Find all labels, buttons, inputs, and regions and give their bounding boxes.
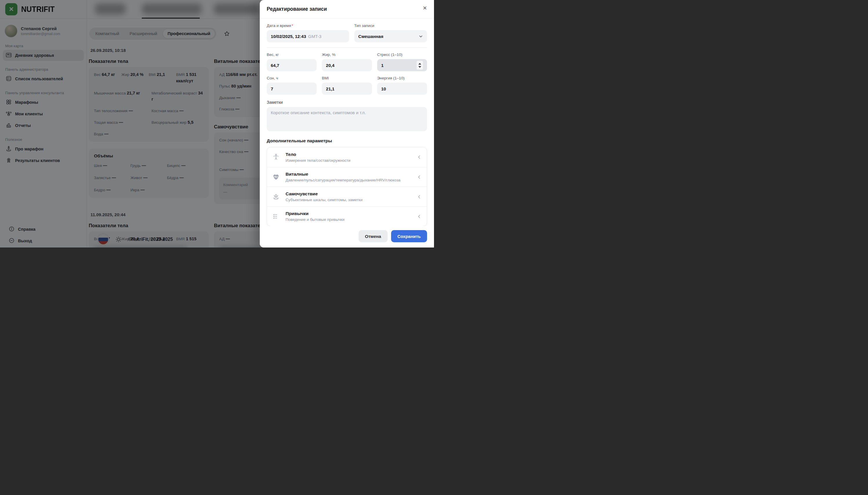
extra-params-heading: Дополнительные параметры xyxy=(267,138,427,143)
spinner-down-icon[interactable] xyxy=(418,66,421,68)
lotus-icon xyxy=(272,193,281,201)
heart-pulse-icon xyxy=(272,173,281,181)
accordion-subtitle: Поведение и бытовые привычки xyxy=(286,217,344,222)
accordion-item-vitals[interactable]: Виталные Давление/пульс/сатурация/темпер… xyxy=(267,167,427,187)
required-asterisk: * xyxy=(292,23,293,28)
stress-stepper[interactable] xyxy=(377,59,427,71)
extra-params-accordion: Тело Измерения тела/состав/окружности Ви… xyxy=(267,147,427,226)
accordion-subtitle: Измерения тела/состав/окружности xyxy=(286,158,351,163)
stress-input[interactable] xyxy=(381,63,393,68)
field-label: BMI xyxy=(322,76,372,80)
chevron-down-icon xyxy=(419,34,423,38)
accordion-title: Самочувствие xyxy=(286,191,362,197)
energy-input[interactable] xyxy=(377,83,427,95)
accordion-item-wellbeing[interactable]: Самочувствие Субъективные шкалы, симптом… xyxy=(267,187,427,206)
field-label: Сон, ч xyxy=(267,76,317,80)
accordion-title: Виталные xyxy=(286,172,401,177)
field-label: Вес, кг xyxy=(267,52,317,57)
notes-label: Заметки xyxy=(267,100,427,105)
datetime-input[interactable]: 10/02/2025, 12:43 GMT-3 xyxy=(267,30,349,42)
sleep-input[interactable] xyxy=(267,83,317,95)
field-label: Дата и время* xyxy=(267,23,349,28)
chevron-left-icon xyxy=(417,214,422,219)
fat-input[interactable] xyxy=(322,59,372,71)
accordion-item-body[interactable]: Тело Измерения тела/состав/окружности xyxy=(267,147,427,167)
cancel-button[interactable]: Отмена xyxy=(359,230,388,242)
field-label: Энергия (1–10) xyxy=(377,76,427,80)
accordion-subtitle: Субъективные шкалы, симптомы, заметки xyxy=(286,198,362,202)
accordion-item-habits[interactable]: Привычки Поведение и бытовые привычки xyxy=(267,206,427,226)
field-label: Жир, % xyxy=(322,52,372,57)
number-spinner[interactable] xyxy=(416,61,423,70)
save-button[interactable]: Сохранить xyxy=(391,230,427,242)
field-label: Тип записи xyxy=(354,23,427,28)
timezone-label: GMT-3 xyxy=(308,34,322,39)
spinner-up-icon[interactable] xyxy=(418,63,421,65)
record-type-value: Смешанная xyxy=(358,34,383,39)
chevron-left-icon xyxy=(417,194,422,199)
modal-header: Редактирование записи xyxy=(260,0,434,19)
checklist-lines-icon xyxy=(272,213,281,220)
chevron-left-icon xyxy=(417,175,422,180)
notes-textarea[interactable] xyxy=(267,107,427,131)
record-type-select[interactable]: Смешанная xyxy=(354,30,427,42)
modal-title: Редактирование записи xyxy=(267,6,327,12)
accordion-title: Тело xyxy=(286,152,351,157)
divider xyxy=(267,48,427,48)
body-icon xyxy=(272,153,281,161)
field-label: Стресс (1–10) xyxy=(377,52,427,57)
datetime-value: 10/02/2025, 12:43 xyxy=(271,34,306,39)
weight-input[interactable] xyxy=(267,59,317,71)
close-icon[interactable]: ✕ xyxy=(422,4,428,13)
chevron-left-icon xyxy=(417,155,422,159)
accordion-subtitle: Давление/пульс/сатурация/температура/дых… xyxy=(286,178,401,182)
app-window: ✕ NUTRIFIT Степанов Сергей tommilliarder… xyxy=(0,0,434,248)
edit-record-modal: Редактирование записи ✕ Дата и время* 10… xyxy=(260,0,434,248)
modal-body: Дата и время* 10/02/2025, 12:43 GMT-3 Ти… xyxy=(260,19,434,226)
accordion-title: Привычки xyxy=(286,211,344,216)
modal-footer: Отмена Сохранить xyxy=(260,226,434,248)
bmi-input[interactable] xyxy=(322,83,372,95)
